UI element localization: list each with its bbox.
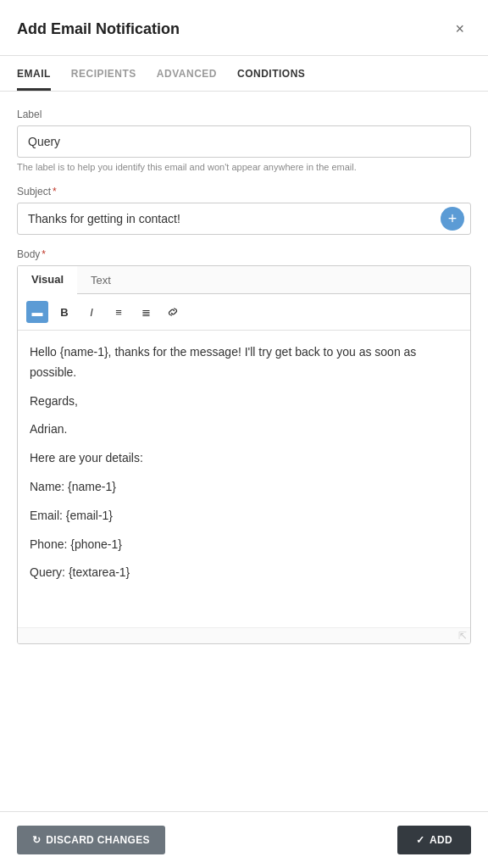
discard-label: DISCARD CHANGES — [46, 834, 150, 846]
tab-conditions[interactable]: CONDITIONS — [237, 56, 305, 91]
toolbar-paragraph-button[interactable]: ▬ — [26, 301, 48, 323]
add-label: ADD — [430, 834, 452, 846]
body-editor-content[interactable]: Hello {name-1}, thanks for the message! … — [18, 331, 470, 627]
subject-plus-button[interactable]: + — [441, 207, 464, 231]
tab-email[interactable]: EMAIL — [17, 56, 51, 91]
toolbar-link-button[interactable] — [162, 301, 184, 323]
subject-field-label: Subject* — [17, 186, 471, 198]
tab-advanced[interactable]: ADVANCED — [157, 56, 217, 91]
toolbar-italic-button[interactable]: I — [80, 301, 103, 323]
add-icon: ✓ — [416, 834, 424, 846]
discard-icon: ↻ — [32, 834, 41, 846]
editor-toolbar: ▬ B I ≡ ≣ — [18, 294, 470, 331]
subject-group: Subject* + — [17, 186, 471, 235]
label-hint: The label is to help you identify this e… — [17, 162, 471, 172]
modal-footer: ↻ DISCARD CHANGES ✓ ADD — [0, 811, 488, 868]
label-group: Label The label is to help you identify … — [17, 108, 471, 172]
subject-wrapper: + — [17, 203, 471, 235]
toolbar-ordered-list-button[interactable]: ≡ — [108, 301, 130, 323]
resize-icon: ⇱ — [458, 630, 467, 642]
body-editor: Visual Text ▬ B I ≡ ≣ — [17, 265, 471, 644]
modal: Add Email Notification × EMAIL RECIPIENT… — [0, 0, 488, 868]
body-tab-text[interactable]: Text — [77, 266, 125, 293]
label-field-label: Label — [17, 108, 471, 120]
resize-handle[interactable]: ⇱ — [18, 627, 470, 643]
modal-body: Label The label is to help you identify … — [0, 92, 488, 811]
add-button[interactable]: ✓ ADD — [397, 826, 471, 854]
tabs-bar: EMAIL RECIPIENTS ADVANCED CONDITIONS — [0, 56, 488, 92]
body-tabs: Visual Text — [18, 266, 470, 294]
body-field-label: Body* — [17, 248, 471, 260]
body-group: Body* Visual Text ▬ B I ≡ ≣ — [17, 248, 471, 644]
subject-input[interactable] — [17, 203, 471, 235]
close-button[interactable]: × — [448, 17, 471, 42]
body-tab-visual[interactable]: Visual — [18, 266, 77, 294]
tab-recipients[interactable]: RECIPIENTS — [71, 56, 136, 91]
discard-button[interactable]: ↻ DISCARD CHANGES — [17, 826, 165, 854]
modal-header: Add Email Notification × — [0, 0, 488, 56]
modal-title: Add Email Notification — [17, 20, 180, 38]
label-input[interactable] — [17, 125, 471, 158]
toolbar-bold-button[interactable]: B — [53, 301, 75, 323]
toolbar-unordered-list-button[interactable]: ≣ — [135, 301, 157, 323]
